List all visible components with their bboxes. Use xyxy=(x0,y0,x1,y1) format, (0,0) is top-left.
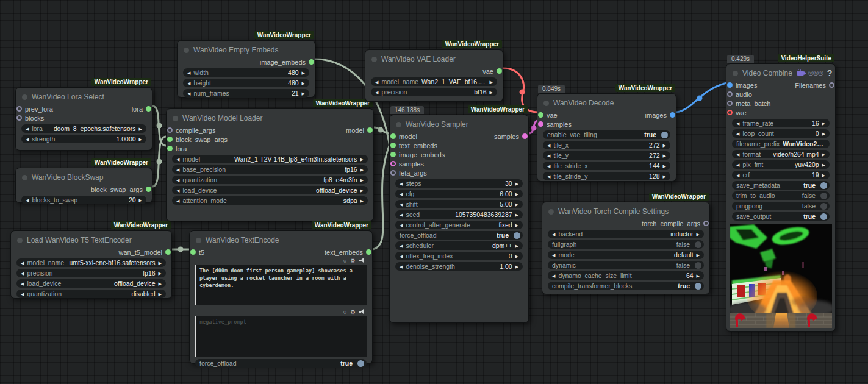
collapse-dot-icon[interactable] xyxy=(196,238,201,243)
slot-dot-icon[interactable] xyxy=(703,221,709,226)
slot-dot-icon[interactable] xyxy=(16,106,22,112)
node-wanvideo-textencode[interactable]: WanVideoWrapper WanVideo TextEncode t5 t… xyxy=(189,230,373,364)
input-slot-prev-lora[interactable]: prev_lora xyxy=(18,105,53,113)
node-title-bar[interactable]: WanVideo BlockSwap xyxy=(16,168,152,185)
toggle-dot[interactable] xyxy=(820,193,827,199)
negative-prompt-textarea[interactable]: negative_prompt xyxy=(195,316,367,357)
output-slot-model[interactable]: model xyxy=(346,127,371,134)
decrement-arrow-icon[interactable]: ◀ xyxy=(736,152,739,157)
widget-pingpong[interactable]: pingpong false xyxy=(732,202,830,210)
increment-arrow-icon[interactable]: ▶ xyxy=(302,91,305,96)
increment-arrow-icon[interactable]: ▶ xyxy=(663,164,666,168)
increment-arrow-icon[interactable]: ▶ xyxy=(360,168,364,172)
decrement-arrow-icon[interactable]: ◀ xyxy=(375,90,378,94)
output-slot-block-swap-args[interactable]: block_swap_args xyxy=(91,186,150,193)
slot-dot-icon[interactable] xyxy=(190,249,196,255)
output-slot-vae[interactable]: vae xyxy=(482,68,501,75)
slot-dot-icon[interactable] xyxy=(167,127,173,133)
widget-tile-stride-y[interactable]: ◀ tile_stride_y 128 ▶ xyxy=(543,172,670,180)
decrement-arrow-icon[interactable]: ◀ xyxy=(21,261,24,265)
increment-arrow-icon[interactable]: ▶ xyxy=(360,188,364,193)
decrement-arrow-icon[interactable]: ◀ xyxy=(187,71,190,75)
decrement-arrow-icon[interactable]: ◀ xyxy=(400,202,403,207)
decrement-arrow-icon[interactable]: ◀ xyxy=(547,143,550,148)
widget-compile-transformer-blocks[interactable]: compile_transformer_blocks true xyxy=(548,282,704,290)
toggle-dot[interactable] xyxy=(695,262,701,269)
increment-arrow-icon[interactable]: ▶ xyxy=(822,173,825,177)
toggle-dot[interactable] xyxy=(820,203,827,210)
increment-arrow-icon[interactable]: ▶ xyxy=(360,157,364,162)
increment-arrow-icon[interactable]: ▶ xyxy=(302,71,305,75)
node-title-bar[interactable]: WanVideo Sampler xyxy=(390,115,528,132)
output-slot-filenames[interactable]: Filenames xyxy=(795,82,833,89)
decrement-arrow-icon[interactable]: ◀ xyxy=(736,121,739,126)
widget-blocks-to-swap[interactable]: ◀ blocks_to_swap 20 ▶ xyxy=(21,196,146,204)
decrement-arrow-icon[interactable]: ◀ xyxy=(21,292,24,296)
widget-base-precision[interactable]: ◀ base_precision fp16 ▶ xyxy=(172,165,368,174)
slot-dot-icon[interactable] xyxy=(165,249,171,255)
gear-icon[interactable]: ⚙ xyxy=(350,257,356,264)
decrement-arrow-icon[interactable]: ◀ xyxy=(547,154,550,158)
collapse-dot-icon[interactable] xyxy=(17,238,23,243)
increment-arrow-icon[interactable]: ▶ xyxy=(515,202,518,207)
widget-tile-x[interactable]: ◀ tile_x 272 ▶ xyxy=(543,141,670,149)
circle-icon[interactable]: ○ xyxy=(343,308,347,315)
decrement-arrow-icon[interactable]: ◀ xyxy=(400,244,403,248)
slot-dot-icon[interactable] xyxy=(146,187,151,192)
input-slot-blocks[interactable]: blocks xyxy=(18,115,44,122)
slot-dot-icon[interactable] xyxy=(167,146,173,151)
widget-quantization[interactable]: ◀ quantization fp8_e4m3fn ▶ xyxy=(172,176,368,184)
decrement-arrow-icon[interactable]: ◀ xyxy=(552,253,555,257)
toggle-dot[interactable] xyxy=(357,360,364,367)
node-load-wanvideo-t5-textencoder[interactable]: WanVideoWrapper Load WanVideo T5 TextEnc… xyxy=(10,230,172,299)
widget-backend[interactable]: ◀ backend inductor ▶ xyxy=(548,230,704,238)
node-title-bar[interactable]: WanVideo VAE Loader xyxy=(365,50,503,66)
output-slot-wan-t5-model[interactable]: wan_t5_model xyxy=(118,249,170,256)
decrement-arrow-icon[interactable]: ◀ xyxy=(176,157,179,162)
gear-icon[interactable]: ⚙ xyxy=(350,308,356,315)
slot-dot-icon[interactable] xyxy=(167,137,173,142)
increment-arrow-icon[interactable]: ▶ xyxy=(139,137,142,141)
slot-dot-icon[interactable] xyxy=(538,112,543,118)
widget-pix-fmt[interactable]: ◀ pix_fmt yuv420p ▶ xyxy=(732,160,830,169)
increment-arrow-icon[interactable]: ▶ xyxy=(515,182,518,186)
toggle-dot[interactable] xyxy=(820,182,827,189)
speaker-icon[interactable] xyxy=(359,258,365,263)
decrement-arrow-icon[interactable]: ◀ xyxy=(400,265,403,269)
widget-tile-y[interactable]: ◀ tile_y 272 ▶ xyxy=(543,151,670,160)
node-wanvideo-torch-compile-settings[interactable]: WanVideoWrapper WanVideo Torch Compile S… xyxy=(542,202,710,294)
input-slot-samples[interactable]: samples xyxy=(539,121,572,128)
node-wanvideo-lora-select[interactable]: WanVideoWrapper WanVideo Lora Select pre… xyxy=(15,87,152,151)
increment-arrow-icon[interactable]: ▶ xyxy=(360,199,364,203)
widget-height[interactable]: ◀ height 480 ▶ xyxy=(183,79,309,87)
speaker-icon[interactable] xyxy=(359,309,365,315)
decrement-arrow-icon[interactable]: ◀ xyxy=(552,274,555,278)
toggle-dot[interactable] xyxy=(820,213,827,220)
widget-force-offload[interactable]: force_offload true xyxy=(195,359,367,368)
increment-arrow-icon[interactable]: ▶ xyxy=(159,282,162,286)
slot-dot-icon[interactable] xyxy=(727,82,733,88)
increment-arrow-icon[interactable]: ▶ xyxy=(159,261,162,265)
widget-control-after-generate[interactable]: ◀ control_after_generate fixed ▶ xyxy=(395,221,523,229)
increment-arrow-icon[interactable]: ▶ xyxy=(822,152,825,157)
increment-arrow-icon[interactable]: ▶ xyxy=(663,143,666,148)
widget-save-metadata[interactable]: save_metadata true xyxy=(732,181,830,190)
widget-tile-stride-x[interactable]: ◀ tile_stride_x 144 ▶ xyxy=(543,162,670,170)
output-slot-samples[interactable]: samples xyxy=(494,133,526,140)
decrement-arrow-icon[interactable]: ◀ xyxy=(400,254,403,258)
widget-shift[interactable]: ◀ shift 5.00 ▶ xyxy=(395,200,523,208)
slot-dot-icon[interactable] xyxy=(367,127,373,133)
decrement-arrow-icon[interactable]: ◀ xyxy=(736,173,739,177)
increment-arrow-icon[interactable]: ▶ xyxy=(159,292,162,296)
increment-arrow-icon[interactable]: ▶ xyxy=(139,198,142,202)
decrement-arrow-icon[interactable]: ◀ xyxy=(26,137,29,141)
input-slot-t5[interactable]: t5 xyxy=(192,249,204,256)
increment-arrow-icon[interactable]: ▶ xyxy=(697,253,700,257)
collapse-dot-icon[interactable] xyxy=(22,175,27,180)
widget-trim-to-audio[interactable]: trim_to_audio false xyxy=(732,191,830,200)
widget-fullgraph[interactable]: fullgraph false xyxy=(548,240,704,249)
output-slot-text-embeds[interactable]: text_embeds xyxy=(325,249,370,256)
input-slot-lora[interactable]: lora xyxy=(168,145,187,152)
slot-dot-icon[interactable] xyxy=(538,121,543,127)
slot-dot-icon[interactable] xyxy=(727,91,733,97)
